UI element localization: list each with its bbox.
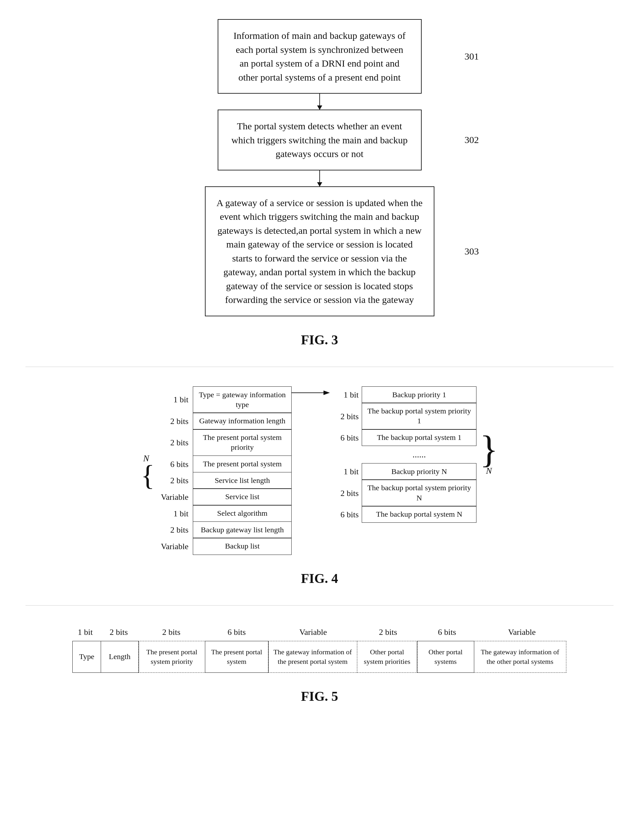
fig4-right-row-3: ...... [336, 446, 477, 463]
flow-box-302: The portal system detects whether an eve… [218, 109, 422, 170]
fig5-hdr-4: Variable [269, 625, 358, 640]
fig4-cell-5: Service list [193, 488, 292, 505]
separator-1 [25, 367, 614, 367]
fig5-cell-other-priorities: Other portal system priorities [357, 641, 418, 673]
fig4-cell-6: Select algorithm [193, 505, 292, 522]
fig5-hdr-6: 6 bits [418, 625, 476, 640]
fig5-cell-type: Type [72, 641, 101, 673]
box-301-text: Information of main and backup gateways … [234, 30, 406, 82]
fig4-right-row-2: 6 bits The backup portal system 1 [336, 430, 477, 446]
svg-marker-1 [323, 390, 330, 395]
fig4-row-4: 2 bits Service list length [158, 472, 292, 489]
separator-2 [25, 605, 614, 606]
flow-box-301: Information of main and backup gateways … [218, 19, 422, 94]
fig4-cell-2: The present portal system priority [193, 429, 292, 456]
fig4-right-cell-4: Backup priority N [362, 463, 477, 480]
fig4-cell-0: Type = gateway information type [193, 387, 292, 413]
fig5-hdr-2: 2 bits [138, 625, 205, 640]
fig4-title: FIG. 4 [25, 571, 614, 586]
fig4-rows-right: 1 bit Backup priority 1 2 bits The backu… [336, 387, 477, 523]
fig5-hdr-5: 2 bits [358, 625, 418, 640]
fig5-table: Type Length The present portal system pr… [25, 641, 614, 673]
fig5-section: 1 bit 2 bits 2 bits 6 bits Variable 2 bi… [25, 625, 614, 704]
fig4-right-bit-4: 1 bit [336, 467, 362, 477]
fig4-right: 1 bit Backup priority 1 2 bits The backu… [336, 387, 498, 523]
fig5-hdr-7: Variable [476, 625, 568, 640]
fig4-cell-4: Service list length [193, 472, 292, 489]
flow-box-303: A gateway of a service or session is upd… [205, 186, 434, 316]
fig4-section: N { 1 bit Type = gateway information typ… [25, 387, 614, 586]
flow-row-303: A gateway of a service or session is upd… [205, 186, 434, 316]
label-302: 302 [465, 135, 479, 145]
fig4-cell-3: The present portal system [193, 455, 292, 472]
fig4-left: N { 1 bit Type = gateway information typ… [141, 387, 292, 555]
fig4-cell-7: Backup gateway list length [193, 521, 292, 538]
fig5-cell-length: Length [101, 641, 139, 673]
fig5-title: FIG. 5 [25, 689, 614, 704]
fig4-row-3: 6 bits The present portal system [158, 456, 292, 472]
fig4-bit-4: 2 bits [158, 475, 193, 485]
fig5-hdr-3: 6 bits [205, 625, 269, 640]
fig4-right-cell-3: ...... [362, 445, 477, 463]
fig4-right-row-0: 1 bit Backup priority 1 [336, 387, 477, 403]
fig4-rows-left: 1 bit Type = gateway information type 2 … [158, 387, 292, 555]
fig4-row-2: 2 bits The present portal system priorit… [158, 430, 292, 456]
fig4-right-row-6: 6 bits The backup portal system N [336, 507, 477, 523]
fig5-cell-present-portal: The present portal system [205, 641, 269, 673]
fig4-right-row-4: 1 bit Backup priority N [336, 463, 477, 480]
fig5-hdr-0: 1 bit [71, 625, 100, 640]
fig4-row-5: Variable Service list [158, 489, 292, 506]
fig4-cell-8: Backup list [193, 538, 292, 555]
arrow-connector [292, 387, 330, 399]
fig5-cell-gw-info-other: The gateway information of the other por… [474, 641, 566, 673]
fig4-right-bit-1: 2 bits [336, 412, 362, 422]
fig4-row-8: Variable Backup list [158, 538, 292, 555]
fig5-cell-present-priority: The present portal system priority [138, 641, 205, 673]
fig4-right-cell-6: The backup portal system N [362, 506, 477, 523]
label-301: 301 [465, 51, 479, 62]
box-303-text: A gateway of a service or session is upd… [216, 198, 422, 305]
fig4-row-7: 2 bits Backup gateway list length [158, 522, 292, 538]
fig5-cell-other-portals: Other portal systems [417, 641, 474, 673]
fig5-header: 1 bit 2 bits 2 bits 6 bits Variable 2 bi… [25, 625, 614, 640]
fig4-right-bit-6: 6 bits [336, 510, 362, 520]
fig4-right-row-1: 2 bits The backup portal system priority… [336, 403, 477, 430]
fig4-right-cell-0: Backup priority 1 [362, 387, 477, 403]
fig3-section: Information of main and backup gateways … [25, 19, 614, 347]
fig4-bit-6: 1 bit [158, 509, 193, 518]
flowchart: Information of main and backup gateways … [205, 19, 434, 316]
fig4-bit-3: 6 bits [158, 460, 193, 469]
fig4-row-1: 2 bits Gateway information length [158, 413, 292, 430]
fig4-row-6: 1 bit Select algorithm [158, 506, 292, 522]
fig4-right-row-5: 2 bits The backup portal system priority… [336, 480, 477, 507]
fig4-bit-1: 2 bits [158, 416, 193, 426]
label-303: 303 [465, 246, 479, 257]
box-302-text: The portal system detects whether an eve… [231, 121, 408, 159]
fig5-cell-gw-info-present: The gateway information of the present p… [268, 641, 357, 673]
flow-row-302: The portal system detects whether an eve… [205, 109, 434, 170]
fig4-right-cell-5: The backup portal system priority N [362, 479, 477, 506]
flow-row-301: Information of main and backup gateways … [205, 19, 434, 94]
fig4-right-cell-2: The backup portal system 1 [362, 429, 477, 446]
fig5-hdr-1: 2 bits [100, 625, 138, 640]
fig4-n-label-right: N [486, 466, 492, 476]
fig4-bit-5: Variable [158, 492, 193, 502]
arrow-1 [320, 94, 320, 109]
fig4-bit-7: 2 bits [158, 525, 193, 535]
fig4-bit-0: 1 bit [158, 395, 193, 404]
arrow-2 [320, 170, 320, 186]
fig4-right-bit-0: 1 bit [336, 390, 362, 400]
fig4-bit-8: Variable [158, 542, 193, 552]
fig4-right-bit-5: 2 bits [336, 488, 362, 498]
fig4-layout: N { 1 bit Type = gateway information typ… [25, 387, 614, 555]
fig4-bit-2: 2 bits [158, 438, 193, 447]
fig4-right-bit-2: 6 bits [336, 433, 362, 443]
fig4-cell-1: Gateway information length [193, 412, 292, 430]
fig3-title: FIG. 3 [301, 332, 338, 347]
fig4-row-0: 1 bit Type = gateway information type [158, 387, 292, 413]
fig4-right-cell-1: The backup portal system priority 1 [362, 403, 477, 430]
